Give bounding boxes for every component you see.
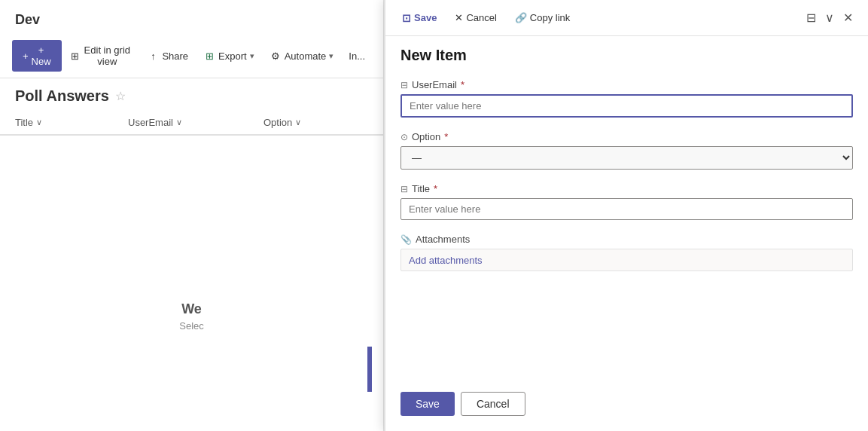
empty-state-subtitle: Selec: [0, 320, 383, 332]
topbar-right-actions: ⊟ ∨ ✕: [803, 8, 856, 28]
title-input[interactable]: [400, 198, 853, 220]
left-panel: Dev + + New ⊞ Edit in grid view ↑ Share …: [0, 0, 384, 431]
useremail-field: ⊟ UserEmail *: [400, 79, 853, 118]
option-field: ⊙ Option * —: [400, 131, 853, 170]
panel-options-icon: ⊟: [806, 11, 816, 24]
excel-icon: ⊞: [203, 50, 215, 62]
panel-close-button[interactable]: ✕: [840, 8, 856, 28]
form-title: New Item: [385, 36, 868, 72]
option-select[interactable]: —: [400, 146, 853, 170]
option-field-icon: ⊙: [400, 132, 408, 142]
app-title: Dev: [0, 0, 383, 34]
option-sort-icon: ∨: [295, 118, 301, 127]
form-topbar: ⊡ Save ✕ Cancel 🔗 Copy link ⊟ ∨ ✕: [385, 0, 868, 36]
option-required-marker: *: [444, 131, 448, 142]
col-header-title[interactable]: Title ∨: [15, 111, 128, 134]
attachments-field: 📎 Attachments Add attachments: [400, 234, 853, 271]
chevron-down-icon: ∨: [825, 11, 834, 24]
form-topbar-actions: ⊡ Save ✕ Cancel 🔗 Copy link: [397, 9, 802, 27]
topbar-copy-link-button[interactable]: 🔗 Copy link: [510, 9, 574, 26]
empty-state: We Selec: [0, 301, 383, 332]
col-header-useremail[interactable]: UserEmail ∨: [128, 111, 263, 134]
title-label: ⊟ Title *: [400, 183, 853, 194]
automate-chevron-icon: ▾: [329, 51, 333, 61]
automate-icon: ⚙: [270, 50, 282, 62]
panel-expand-button[interactable]: ∨: [822, 8, 837, 28]
toolbar: + + New ⊞ Edit in grid view ↑ Share ⊞ Ex…: [0, 34, 383, 78]
option-label: ⊙ Option *: [400, 131, 853, 142]
useremail-field-icon: ⊟: [400, 80, 408, 90]
plus-icon: +: [23, 50, 29, 62]
integrate-button[interactable]: In...: [343, 47, 371, 66]
form-body: ⊟ UserEmail * ⊙ Option * — ⊟ Title *: [385, 72, 868, 384]
grid-icon: ⊞: [71, 50, 80, 62]
export-chevron-icon: ▾: [250, 51, 254, 61]
useremail-required-marker: *: [461, 79, 464, 90]
panel-options-button[interactable]: ⊟: [803, 8, 819, 28]
form-footer: Save Cancel: [385, 384, 868, 431]
list-heading: Poll Answers: [15, 87, 109, 105]
title-field: ⊟ Title *: [400, 183, 853, 220]
attachments-area[interactable]: Add attachments: [400, 249, 853, 271]
title-field-icon: ⊟: [400, 184, 408, 194]
new-button[interactable]: + + New: [12, 40, 62, 72]
page-heading: Poll Answers ☆: [0, 78, 383, 111]
topbar-save-button[interactable]: ⊡ Save: [397, 9, 441, 27]
title-sort-icon: ∨: [36, 118, 42, 127]
useremail-label: ⊟ UserEmail *: [400, 79, 853, 90]
link-icon: 🔗: [515, 12, 527, 23]
share-icon: ↑: [147, 50, 159, 62]
col-header-option[interactable]: Option ∨: [263, 111, 354, 134]
favorite-icon[interactable]: ☆: [115, 89, 126, 103]
useremail-sort-icon: ∨: [176, 118, 182, 127]
cancel-form-button[interactable]: Cancel: [461, 392, 525, 416]
panel-edge-indicator: [367, 347, 372, 392]
share-button[interactable]: ↑ Share: [141, 46, 194, 66]
add-attachment-link[interactable]: Add attachments: [409, 255, 483, 266]
save-form-button[interactable]: Save: [400, 392, 455, 416]
topbar-cancel-button[interactable]: ✕ Cancel: [450, 9, 501, 26]
attachment-icon: 📎: [400, 234, 412, 245]
save-icon: ⊡: [402, 12, 411, 24]
edit-grid-button[interactable]: ⊞ Edit in grid view: [65, 41, 139, 71]
list-body: We Selec: [0, 136, 383, 431]
cancel-icon: ✕: [455, 12, 463, 23]
empty-state-title: We: [0, 301, 383, 317]
attachments-label: 📎 Attachments: [400, 234, 853, 245]
close-icon: ✕: [843, 11, 853, 24]
export-button[interactable]: ⊞ Export ▾: [197, 46, 260, 66]
title-required-marker: *: [434, 183, 437, 194]
useremail-input[interactable]: [400, 94, 853, 118]
new-item-panel: ⊡ Save ✕ Cancel 🔗 Copy link ⊟ ∨ ✕ New: [384, 0, 868, 431]
automate-button[interactable]: ⚙ Automate ▾: [263, 46, 340, 66]
list-header: Title ∨ UserEmail ∨ Option ∨: [0, 111, 383, 136]
